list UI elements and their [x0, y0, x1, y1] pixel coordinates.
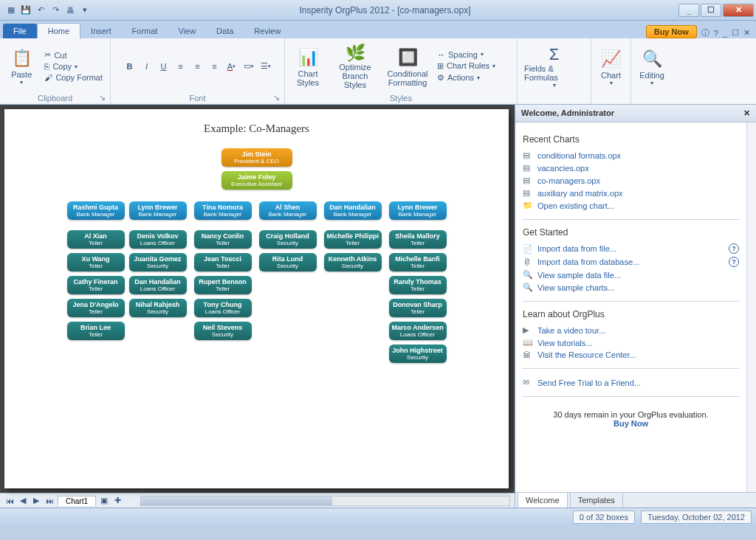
- node-sub[interactable]: Craig HollandSecurity: [259, 230, 317, 249]
- learn-item[interactable]: 📖View tutorials...: [523, 336, 739, 349]
- node-sub[interactable]: Nihal RahjeshSecurity: [129, 299, 187, 317]
- node-sub[interactable]: Kenneth AtkinsSecurity: [324, 253, 382, 271]
- help-badge-icon[interactable]: ?: [729, 243, 739, 254]
- editing-button[interactable]: 🔍Editing▾: [636, 42, 668, 91]
- node-sub[interactable]: Brian LeeTeller: [67, 322, 125, 340]
- node-sub[interactable]: John HighstreetSecurity: [389, 345, 447, 363]
- actions-button[interactable]: ⚙Actions▾: [434, 72, 498, 83]
- learn-item[interactable]: ▶Take a video tour...: [523, 324, 739, 336]
- copy-format-button[interactable]: 🖌Copy Format: [41, 72, 106, 83]
- send-trial-link[interactable]: ✉Send Free Trial to a Friend...: [523, 376, 739, 389]
- node-sub[interactable]: Michelle BanfiTeller: [389, 253, 447, 271]
- tab-review[interactable]: Review: [244, 24, 291, 38]
- started-item[interactable]: 🔍View sample data file...: [523, 269, 739, 281]
- node-ceo[interactable]: Jim Stein President & CEO: [221, 148, 292, 167]
- node-sub[interactable]: Rita LundSecurity: [259, 253, 317, 271]
- side-tab-templates[interactable]: Templates: [570, 492, 623, 508]
- chart-rules-button[interactable]: ⊞Chart Rules▾: [434, 60, 498, 72]
- recent-item[interactable]: ▤conditional formats.opx: [523, 149, 739, 162]
- maximize-button[interactable]: ☐: [701, 4, 721, 17]
- underline-button[interactable]: U: [156, 58, 172, 75]
- fields-formulas-button[interactable]: ΣFields & Formulas▾: [522, 42, 586, 91]
- node-sub[interactable]: Juanita GomezSecurity: [129, 253, 187, 271]
- spacing-button[interactable]: ↔Spacing▾: [434, 49, 498, 60]
- save-icon[interactable]: 💾: [19, 4, 32, 17]
- new-chart-icon[interactable]: ✚: [112, 496, 123, 505]
- undo-icon[interactable]: ↶: [34, 4, 47, 17]
- align-center-button[interactable]: ≡: [190, 58, 206, 75]
- align-left-button[interactable]: ≡: [173, 58, 189, 75]
- node-sub[interactable]: Neil StevensSecurity: [194, 322, 252, 340]
- node-manager[interactable]: Lynn BrewerBank Manager: [389, 201, 447, 220]
- started-item[interactable]: 🛢Import data from database...?: [523, 255, 739, 269]
- copy-button[interactable]: ⎘Copy▾: [41, 61, 106, 72]
- node-sub[interactable]: Dan HandalianLoans Officer: [129, 276, 187, 294]
- node-sub[interactable]: Michelle PhilippiTeller: [324, 230, 382, 249]
- node-sub[interactable]: Rupert BensonTeller: [194, 276, 252, 294]
- node-sub[interactable]: Tony ChungLoans Officer: [194, 299, 252, 317]
- recent-item[interactable]: ▤vacancies.opx: [523, 162, 739, 174]
- node-manager[interactable]: Rashmi GuptaBank Manager: [67, 201, 125, 220]
- nav-first-icon[interactable]: ⏮: [4, 496, 15, 505]
- bold-button[interactable]: B: [122, 58, 138, 75]
- restore-child-icon[interactable]: ☐: [732, 28, 739, 38]
- border-button[interactable]: ☰▾: [258, 58, 274, 75]
- node-sub[interactable]: Nancy ConlinTeller: [194, 230, 252, 249]
- close-child-icon[interactable]: ✕: [743, 28, 750, 38]
- paste-button[interactable]: 📋 Paste ▾: [4, 42, 38, 91]
- optimize-branch-button[interactable]: 🌿Optimize Branch Styles: [329, 42, 381, 91]
- node-manager[interactable]: Al ShenBank Manager: [259, 201, 317, 220]
- tab-data[interactable]: Data: [206, 24, 244, 38]
- dialog-launcher-icon[interactable]: ↘: [99, 93, 106, 103]
- app-icon[interactable]: ▦: [4, 4, 18, 17]
- qat-dropdown-icon[interactable]: ▾: [78, 4, 92, 17]
- font-color-button[interactable]: A▾: [224, 58, 240, 75]
- chart-styles-button[interactable]: 📊Chart Styles: [289, 42, 326, 91]
- node-manager[interactable]: Tina NomuraBank Manager: [194, 201, 252, 220]
- tab-format[interactable]: Format: [122, 24, 168, 38]
- node-sub[interactable]: Cathy FineranTeller: [67, 276, 125, 294]
- chart-tab[interactable]: Chart1: [58, 496, 96, 506]
- help-icon[interactable]: ?: [714, 29, 718, 38]
- chart-canvas[interactable]: Example: Co-Managers Jim Stein President…: [4, 109, 509, 488]
- started-item[interactable]: 📄Import data from file...?: [523, 242, 739, 255]
- nav-next-icon[interactable]: ▶: [31, 496, 41, 505]
- tab-home[interactable]: Home: [37, 23, 80, 38]
- tab-view[interactable]: View: [168, 24, 206, 38]
- dialog-launcher-icon[interactable]: ↘: [273, 93, 280, 103]
- side-tab-welcome[interactable]: Welcome: [518, 492, 568, 508]
- recent-item[interactable]: ▤co-managers.opx: [523, 174, 739, 187]
- trial-buy-link[interactable]: Buy Now: [614, 419, 648, 428]
- close-panel-icon[interactable]: ✕: [743, 108, 750, 118]
- node-manager[interactable]: Lynn BrewerBank Manager: [129, 201, 187, 220]
- node-sub[interactable]: Marco AndersenLoans Officer: [389, 322, 447, 340]
- horizontal-scrollbar[interactable]: [140, 496, 510, 506]
- expand-icon[interactable]: ▣: [99, 496, 109, 505]
- tab-insert[interactable]: Insert: [80, 24, 122, 38]
- close-button[interactable]: ✕: [723, 4, 754, 17]
- node-sub[interactable]: Randy ThomasTeller: [389, 276, 447, 294]
- chart-button[interactable]: 📈Chart▾: [596, 42, 626, 91]
- node-sub[interactable]: Denis VolkovLoans Officer: [129, 230, 187, 249]
- node-sub[interactable]: Al XianTeller: [67, 230, 125, 249]
- redo-icon[interactable]: ↷: [49, 4, 62, 17]
- help-badge-icon[interactable]: ?: [729, 257, 739, 267]
- recent-item[interactable]: ▤auxiliary and matrix.opx: [523, 187, 739, 199]
- align-right-button[interactable]: ≡: [207, 58, 223, 75]
- node-sub[interactable]: Xu WangTeller: [67, 253, 125, 271]
- open-existing-link[interactable]: 📁Open existing chart...: [523, 199, 739, 212]
- conditional-formatting-button[interactable]: 🔲Conditional Formatting: [384, 42, 431, 91]
- minimize-button[interactable]: _: [678, 4, 699, 17]
- node-manager[interactable]: Dan HandalianBank Manager: [324, 201, 382, 220]
- italic-button[interactable]: I: [139, 58, 155, 75]
- cut-button[interactable]: ✂Cut: [41, 49, 106, 60]
- node-sub[interactable]: Donovan SharpTeller: [389, 299, 447, 317]
- info-icon[interactable]: ⓘ: [701, 27, 709, 38]
- minimize-ribbon-icon[interactable]: _: [723, 29, 727, 38]
- fill-color-button[interactable]: ▭▾: [241, 58, 257, 75]
- started-item[interactable]: 🔍View sample charts...: [523, 281, 739, 294]
- tab-file[interactable]: File: [3, 24, 37, 38]
- print-icon[interactable]: 🖶: [63, 4, 77, 17]
- node-ea[interactable]: Jaime Foley Executive Assistant: [221, 171, 292, 190]
- buy-now-button[interactable]: Buy Now: [646, 25, 697, 38]
